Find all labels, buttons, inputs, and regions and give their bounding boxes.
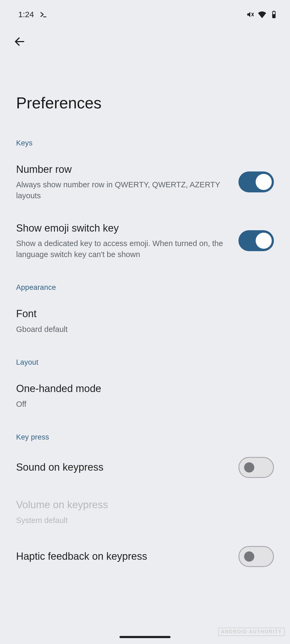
arrow-left-icon	[13, 35, 26, 48]
toggle-haptic-feedback-on-keypress[interactable]	[238, 546, 274, 567]
setting-haptic-feedback-on-keypress[interactable]: Haptic feedback on keypress	[16, 536, 274, 577]
section-header-key-press: Key press	[16, 420, 274, 447]
setting-title: Font	[16, 307, 274, 320]
navigation-bar	[0, 636, 290, 644]
toggle-number-row[interactable]	[238, 171, 274, 192]
setting-subtitle: Gboard default	[16, 324, 274, 335]
setting-volume-on-keypress: Volume on keypress System default	[16, 488, 274, 536]
setting-show-emoji-switch-key[interactable]: Show emoji switch key Show a dedicated k…	[16, 211, 274, 270]
setting-title: Number row	[16, 163, 230, 176]
setting-subtitle: System default	[16, 515, 274, 526]
page-title: Preferences	[0, 48, 290, 126]
setting-number-row[interactable]: Number row Always show number row in QWE…	[16, 153, 274, 211]
watermark: ANDROID AUTHORITY	[218, 628, 285, 636]
section-header-keys: Keys	[16, 126, 274, 153]
section-keys: Keys Number row Always show number row i…	[0, 126, 290, 270]
svg-rect-5	[273, 11, 275, 12]
setting-title: Sound on keypress	[16, 461, 230, 474]
status-bar: 1:24	[0, 0, 290, 24]
setting-title: Show emoji switch key	[16, 222, 230, 235]
status-bar-left: 1:24	[18, 10, 47, 19]
setting-font[interactable]: Font Gboard default	[16, 297, 274, 345]
setting-sound-on-keypress[interactable]: Sound on keypress	[16, 447, 274, 488]
terminal-icon	[39, 10, 47, 19]
wifi-icon	[258, 10, 266, 19]
toggle-show-emoji-switch-key[interactable]	[238, 230, 274, 251]
toggle-sound-on-keypress[interactable]	[238, 457, 274, 478]
section-key-press: Key press Sound on keypress Volume on ke…	[0, 420, 290, 577]
setting-one-handed-mode[interactable]: One-handed mode Off	[16, 372, 274, 420]
status-bar-right	[246, 10, 278, 19]
clock: 1:24	[18, 10, 34, 19]
setting-title: Haptic feedback on keypress	[16, 550, 230, 563]
setting-title: Volume on keypress	[16, 498, 274, 511]
setting-title: One-handed mode	[16, 382, 274, 395]
volume-muted-icon	[246, 10, 254, 19]
section-header-layout: Layout	[16, 345, 274, 372]
nav-pill[interactable]	[119, 636, 171, 638]
setting-subtitle: Always show number row in QWERTY, QWERTZ…	[16, 179, 230, 201]
setting-subtitle: Show a dedicated key to access emoji. Wh…	[16, 238, 230, 260]
section-layout: Layout One-handed mode Off	[0, 345, 290, 420]
section-header-appearance: Appearance	[16, 270, 274, 297]
back-button[interactable]	[13, 35, 26, 48]
section-appearance: Appearance Font Gboard default	[0, 270, 290, 345]
battery-icon	[270, 10, 278, 19]
svg-rect-4	[273, 14, 275, 18]
setting-subtitle: Off	[16, 399, 274, 410]
